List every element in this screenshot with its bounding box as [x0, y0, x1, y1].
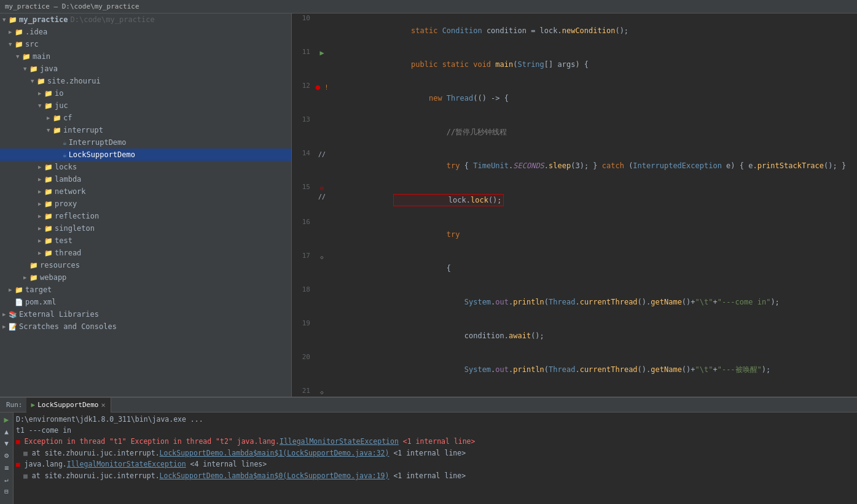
tree-item-test[interactable]: ▶ 📁 test [0, 235, 291, 247]
scratches-label: Scratches and Consoles [19, 322, 117, 331]
line-gutter [315, 352, 329, 386]
output-stack-2: ■ at site.zhourui.juc.interrupt.LockSupp… [16, 470, 855, 481]
bottom-tab-active[interactable]: ▶ LockSupportDemo × [26, 398, 111, 413]
line-num: 13 [292, 115, 315, 149]
tree-item-java[interactable]: ▼ 📁 java [0, 63, 291, 75]
tree-item-webapp[interactable]: ▶ 📁 webapp [0, 271, 291, 284]
test-arrow: ▶ [38, 238, 44, 244]
tree-item-pom[interactable]: 📄 pom.xml [0, 296, 291, 308]
filter-icon[interactable]: ≡ [4, 463, 9, 472]
cf-arrow: ▶ [47, 115, 53, 121]
code-editor[interactable]: 10 static Condition condition = lock.new… [292, 14, 857, 397]
line-code: static Condition condition = lock.newCon… [329, 14, 857, 47]
main-arrow: ▼ [16, 53, 22, 60]
site-icon: 📁 [37, 77, 45, 85]
scroll-up-icon[interactable]: ▲ [4, 428, 9, 436]
diamond-icon: ◇ [320, 254, 323, 260]
tree-item-locks[interactable]: ▶ 📁 locks [0, 161, 291, 173]
webapp-arrow: ▶ [23, 274, 29, 281]
tree-item-interrupt[interactable]: ▼ 📁 interrupt [0, 124, 291, 136]
singleton-icon: 📁 [44, 225, 53, 233]
target-label: target [25, 285, 52, 294]
java-label: java [40, 64, 58, 73]
code-line-21: 21 ◇ } catch (InterruptedException e) { [292, 386, 857, 397]
ext-icon: 📚 [9, 311, 17, 319]
locksupportdemo-tab-label: LockSupportDemo [37, 401, 98, 409]
window-title: my_practice – D:\code\my_practice [5, 2, 139, 10]
close-tab-button[interactable]: × [101, 401, 105, 409]
tree-item-src[interactable]: ▼ 📁 src [0, 38, 291, 50]
ext-arrow: ▶ [2, 311, 9, 317]
rerun-icon[interactable]: ▶ [4, 415, 9, 424]
tree-item-idea[interactable]: ▶ 📁 .idea [0, 26, 291, 38]
stop-icon: ⊘ [320, 185, 324, 192]
proxy-arrow: ▶ [38, 201, 44, 207]
stack-link-2[interactable]: LockSupportDemo.lambda$main$0(LockSuppor… [160, 471, 389, 480]
tree-item-proxy[interactable]: ▶ 📁 proxy [0, 198, 291, 210]
root-icon: 📁 [9, 16, 17, 24]
line-code: try [329, 217, 857, 251]
warn-icon: ! [325, 84, 329, 91]
layout-icon[interactable]: ⊟ [4, 487, 9, 495]
tree-item-singleton[interactable]: ▶ 📁 singleton [0, 222, 291, 235]
tree-item-network[interactable]: ▶ 📁 network [0, 185, 291, 198]
output-stack-1: ■ at site.zhourui.juc.interrupt.LockSupp… [16, 448, 855, 459]
target-arrow: ▶ [9, 287, 15, 293]
tree-item-juc[interactable]: ▼ 📁 juc [0, 99, 291, 112]
singleton-arrow: ▶ [38, 225, 44, 231]
interrupt-label: interrupt [63, 126, 103, 134]
stack-link-1[interactable]: LockSupportDemo.lambda$main$1(LockSuppor… [160, 449, 389, 457]
tree-item-thread[interactable]: ▶ 📁 thread [0, 247, 291, 259]
output-area: D:\environment\jdk1.8.0_311\bin\java.exe… [14, 413, 857, 504]
juc-icon: 📁 [44, 102, 53, 110]
main-area: ▼ 📁 my_practice D:\code\my_practice ▶ 📁 … [0, 14, 857, 397]
line-num: 10 [292, 14, 315, 47]
code-line-20: 20 System.out.println(Thread.currentThre… [292, 352, 857, 386]
code-line-11: 11 ▶ public static void main(String[] ar… [292, 47, 857, 81]
line-gutter-bp: ● ! [315, 81, 329, 115]
run-icon: ▶ [319, 48, 324, 57]
bottom-content-wrapper: ▶ ▲ ▼ ⚙ ≡ ↵ ⊟ D:\environment\jdk1.8.0_31… [0, 413, 857, 504]
java-icon: 📁 [29, 65, 38, 73]
root-path: D:\code\my_practice [70, 15, 154, 24]
locks-arrow: ▶ [38, 164, 44, 170]
line-num: 20 [292, 352, 315, 386]
error-prefix-2: ■ [16, 460, 20, 468]
wrap-icon[interactable]: ↵ [4, 476, 9, 484]
tree-item-ext-libs[interactable]: ▶ 📚 External Libraries [0, 308, 291, 320]
line-gutter [315, 285, 329, 319]
site-label: site.zhourui [47, 77, 101, 85]
line-num: 19 [292, 319, 315, 352]
line-gutter [315, 115, 329, 149]
line-gutter-stop: ⊘ // [315, 182, 329, 217]
tree-item-interruptdemo[interactable]: ☕ InterruptDemo [0, 136, 291, 149]
tree-item-io[interactable]: ▶ 📁 io [0, 87, 291, 99]
run-label: Run: [2, 401, 26, 409]
locks-label: locks [55, 163, 77, 171]
line-gutter [315, 319, 329, 352]
tree-item-resources[interactable]: 📁 resources [0, 259, 291, 271]
output-exception-1: ■ Exception in thread "t1" Exception in … [16, 436, 855, 448]
line-num: 16 [292, 217, 315, 251]
breakpoint-icon: ● [315, 82, 320, 91]
line-num: 17 [292, 251, 315, 285]
tree-item-cf[interactable]: ▶ 📁 cf [0, 112, 291, 124]
scroll-down-icon[interactable]: ▼ [4, 440, 9, 448]
tree-item-reflection[interactable]: ▶ 📁 reflection [0, 210, 291, 222]
line-code: lock.lock(); [329, 182, 857, 217]
code-line-10: 10 static Condition condition = lock.new… [292, 14, 857, 47]
tree-item-scratches[interactable]: ▶ 📝 Scratches and Consoles [0, 320, 291, 333]
tree-item-lambda[interactable]: ▶ 📁 lambda [0, 173, 291, 185]
settings-icon[interactable]: ⚙ [4, 451, 9, 460]
line-gutter [315, 14, 329, 47]
tree-item-site-zhourui[interactable]: ▼ 📁 site.zhourui [0, 75, 291, 87]
cf-label: cf [63, 114, 72, 122]
tree-item-main[interactable]: ▼ 📁 main [0, 50, 291, 63]
tree-item-locksupportdemo[interactable]: ☕ LockSupportDemo [0, 149, 291, 161]
tree-item-target[interactable]: ▶ 📁 target [0, 284, 291, 296]
tree-item-root[interactable]: ▼ 📁 my_practice D:\code\my_practice [0, 14, 291, 26]
code-line-12: 12 ● ! new Thread(() -> { [292, 81, 857, 115]
code-line-13: 13 //暂停几秒钟线程 [292, 115, 857, 149]
diamond-icon-2: ◇ [320, 389, 323, 395]
resources-label: resources [40, 261, 80, 269]
